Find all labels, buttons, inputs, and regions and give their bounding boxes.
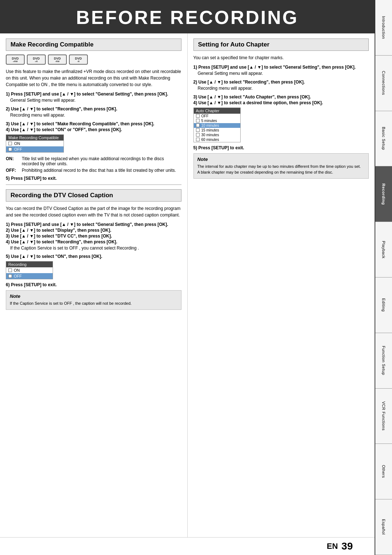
make-recording-off-item: OFF — [6, 146, 64, 152]
make-step3-bold: 3) Use [▲ / ▼] to select "Make Recording… — [6, 121, 181, 126]
make-step2-bold: 2) Use [▲ / ▼] to select "Recording", th… — [6, 106, 181, 112]
make-recording-off-label: OFF — [14, 147, 22, 151]
dtv-note-title: Note — [10, 293, 177, 299]
dvd-logo-3: DVD -RW — [48, 54, 67, 65]
recording-on-checkbox — [8, 268, 12, 272]
sidebar-tab-espanol[interactable]: Español — [375, 499, 392, 555]
ac-60min-label: 60 minutes — [201, 138, 219, 142]
recording-menu-box: Recording ON OFF — [6, 261, 53, 279]
auto-step3-bold: 3) Use [▲ / ▼] to select "Auto Chapter",… — [193, 94, 369, 100]
make-step2-indent: Recording menu will appear. — [10, 112, 181, 118]
sidebar-tab-playback[interactable]: Playback — [375, 222, 392, 278]
dvd-logo-2: DVD +R — [27, 54, 46, 65]
sidebar-tab-basic-setup[interactable]: Basic Setup — [375, 111, 392, 167]
make-step1-indent: General Setting menu will appear. — [10, 97, 181, 104]
dtv-intro: You can record the DTV Closed Caption as… — [6, 205, 181, 218]
ac-10min-item: 10 minutes — [194, 123, 240, 128]
dtv-step4-indent: If the Caption Service is set to OFF , y… — [10, 245, 181, 251]
dtv-step3: 3) Use [▲ / ▼] to select "DTV CC", then … — [6, 234, 181, 239]
dvd-logo-1: DVD +RW — [6, 54, 25, 65]
dtv-step4: 4) Use [▲ / ▼] to select "Recording", th… — [6, 239, 181, 244]
off-explanation-row: OFF: Prohibiting additional record to th… — [6, 168, 181, 173]
dtv-step1: 1) Press [SETUP] and use [▲ / ▼] to sele… — [6, 222, 181, 227]
ac-30min-checkbox — [196, 133, 200, 137]
sidebar-tab-others[interactable]: Others — [375, 444, 392, 499]
dtv-step5: 5) Use [▲ / ▼] to select "ON", then pres… — [6, 254, 181, 259]
sidebar-tab-vcr-functions[interactable]: VCR Functions — [375, 389, 392, 444]
make-recording-on-item: ON — [6, 141, 64, 146]
sidebar-tab-recording[interactable]: Recording — [375, 166, 392, 222]
page-number: 39 — [342, 540, 353, 552]
ac-off-label: OFF — [201, 114, 209, 118]
make-recording-on-label: ON — [14, 141, 20, 146]
page-title-bar: BEFORE RECORDING — [0, 0, 375, 33]
auto-step2-indent: Recording menu will appear. — [198, 85, 369, 92]
recording-off-checkbox — [8, 274, 12, 278]
ac-5min-item: 5 minutes — [194, 118, 240, 123]
make-step4-bold: 4) Use [▲ / ▼] to select "ON" or "OFF", … — [6, 127, 181, 132]
sidebar-tab-connections[interactable]: Connections — [375, 56, 392, 111]
ac-30min-item: 30 minutes — [194, 133, 240, 137]
on-off-explanations: ON: Title list will be replaced when you… — [6, 156, 181, 173]
auto-chapter-intro: You can set a specified time for chapter… — [193, 54, 369, 61]
recording-off-item: OFF — [6, 273, 53, 279]
dtv-step2: 2) Use [▲ / ▼] to select "Display", then… — [6, 228, 181, 233]
make-recording-menu-title: Make Recording Compatible — [6, 135, 64, 141]
make-recording-off-checkbox — [8, 147, 12, 151]
page-wrapper: BEFORE RECORDING Make Recording Compatib… — [0, 0, 392, 555]
off-text: Prohibiting additional record to the dis… — [22, 168, 176, 173]
ac-10min-label: 10 minutes — [201, 123, 219, 127]
ac-30min-label: 30 minutes — [201, 133, 219, 137]
on-explanation-row: ON: Title list will be replaced when you… — [6, 156, 181, 166]
dtv-step6: 6) Press [SETUP] to exit. — [6, 282, 181, 287]
left-column: Make Recording Compatible DVD +RW DVD +R… — [6, 33, 181, 537]
auto-chapter-menu: Auto Chapter OFF 5 minutes 10 minutes — [193, 108, 241, 142]
make-recording-header: Make Recording Compatible — [6, 39, 181, 51]
auto-step4-bold: 4) Use [▲ / ▼] to select a desired time … — [193, 100, 369, 105]
main-content: BEFORE RECORDING Make Recording Compatib… — [0, 0, 375, 555]
ac-15min-checkbox — [196, 128, 200, 132]
ac-60min-item: 60 minutes — [194, 137, 240, 142]
auto-chapter-note-title: Note — [197, 157, 365, 162]
dvd-logos: DVD +RW DVD +R DVD -RW DVD -R — [6, 54, 181, 65]
two-col-layout: Make Recording Compatible DVD +RW DVD +R… — [0, 33, 375, 537]
make-recording-intro: Use this feature to make the unfinalized… — [6, 68, 181, 88]
on-text: Title list will be replaced when you mak… — [22, 156, 181, 166]
dtv-note-box: Note If the Caption Service is set to OF… — [6, 290, 181, 310]
auto-chapter-header: Setting for Auto Chapter — [193, 39, 369, 51]
auto-step1-bold: 1) Press [SETUP] and use [▲ / ▼] to sele… — [193, 65, 369, 70]
make-recording-menu: Make Recording Compatible ON OFF — [6, 134, 64, 153]
dtv-note-text: If the Caption Service is set to OFF , t… — [10, 300, 177, 307]
make-recording-on-checkbox — [8, 142, 12, 145]
auto-step5: 5) Press [SETUP] to exit. — [193, 145, 369, 150]
dtv-caption-header: Recording the DTV Closed Caption — [6, 189, 181, 202]
ac-60min-checkbox — [196, 138, 200, 141]
recording-menu-title: Recording — [6, 262, 53, 267]
sidebar-tab-function-setup[interactable]: Function Setup — [375, 333, 392, 389]
ac-5min-label: 5 minutes — [201, 119, 217, 123]
recording-on-item: ON — [6, 267, 53, 273]
on-label: ON: — [6, 156, 19, 166]
ac-off-checkbox — [196, 114, 200, 118]
recording-on-label: ON — [14, 268, 20, 272]
auto-chapter-note-box: Note The interval for auto chapter may b… — [193, 153, 369, 179]
sidebar-tab-editing[interactable]: Editing — [375, 278, 392, 333]
right-sidebar: Introduction Connections Basic Setup Rec… — [375, 0, 392, 555]
en-label: EN — [327, 542, 338, 551]
off-label: OFF: — [6, 168, 19, 173]
page-title: BEFORE RECORDING — [0, 7, 375, 28]
sidebar-tab-introduction[interactable]: Introduction — [375, 0, 392, 56]
auto-step2-bold: 2) Use [▲ / ▼] to select "Recording", th… — [193, 80, 369, 85]
auto-chapter-menu-title: Auto Chapter — [194, 108, 240, 114]
make-step1-bold: 1) Press [SETUP] and use [▲ / ▼] to sele… — [6, 92, 181, 97]
make-step5: 5) Press [SETUP] to exit. — [6, 176, 181, 181]
ac-off-item: OFF — [194, 114, 240, 118]
ac-15min-item: 15 minutes — [194, 128, 240, 133]
recording-off-label: OFF — [14, 274, 22, 278]
ac-15min-label: 15 minutes — [201, 128, 219, 132]
ac-5min-checkbox — [196, 119, 200, 122]
auto-step1-indent: General Setting menu will appear. — [198, 70, 369, 77]
ac-10min-checkbox — [196, 123, 200, 127]
right-column: Setting for Auto Chapter You can set a s… — [187, 33, 369, 537]
page-footer: EN 39 — [0, 537, 375, 555]
